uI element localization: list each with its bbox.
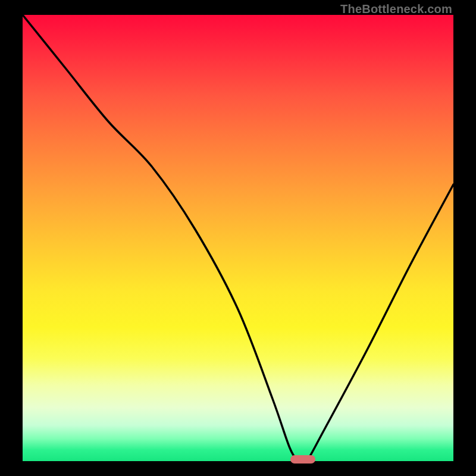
plot-area [23, 15, 453, 461]
curve-path [23, 15, 453, 464]
watermark-text: TheBottleneck.com [340, 2, 452, 16]
chart-frame: TheBottleneck.com [0, 0, 476, 476]
optimum-marker [290, 455, 315, 464]
bottleneck-curve [23, 15, 453, 461]
